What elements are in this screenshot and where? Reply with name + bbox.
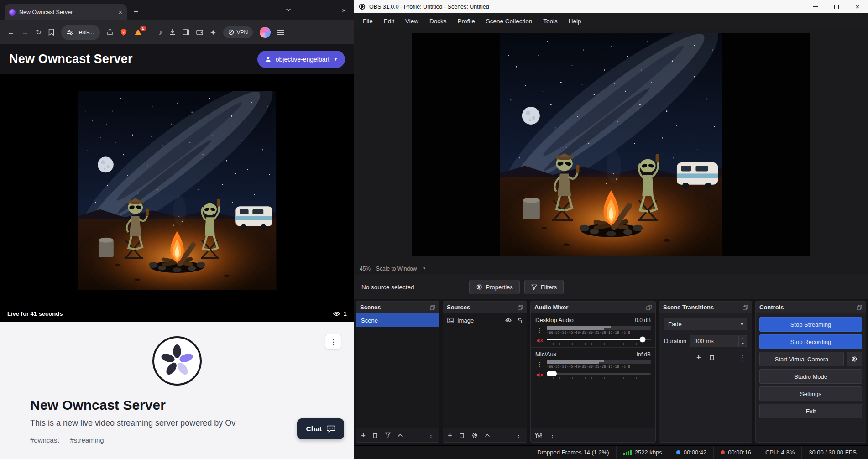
menu-view[interactable]: View (400, 16, 424, 27)
browser-minimize-button[interactable] (305, 10, 310, 10)
transition-more-button[interactable]: ⋮ (739, 354, 746, 361)
lock-icon[interactable] (517, 318, 523, 323)
tag-streaming[interactable]: #streaming (70, 436, 104, 444)
chat-button[interactable]: Chat (297, 418, 344, 439)
media-icon[interactable]: ♪ (159, 29, 162, 36)
dropped-frames-text: Dropped Frames 14 (1.2%) (537, 449, 609, 456)
download-icon[interactable] (169, 29, 176, 36)
mixer-channel-desktop-audio: Desktop Audio 0.0 dB ⋮ -60-55-50-45-40-3… (531, 313, 655, 347)
volume-slider[interactable] (547, 336, 651, 345)
move-source-up-button[interactable] (485, 433, 490, 437)
popout-icon[interactable] (743, 305, 748, 310)
back-button[interactable]: ← (7, 29, 15, 36)
scene-list-item[interactable]: Scene (356, 313, 439, 327)
properties-button[interactable]: Properties (469, 280, 520, 294)
scenes-dock-header: Scenes (356, 302, 439, 313)
settings-button[interactable]: Settings (759, 386, 862, 401)
duration-spinbox[interactable]: 300 ms ▲▼ (690, 335, 747, 347)
vpn-label: VPN (237, 29, 248, 36)
obs-minimize-button[interactable] (805, 0, 826, 13)
video-player[interactable]: Live for 41 seconds 1 (0, 74, 354, 322)
record-time-text: 00:00:16 (728, 449, 751, 456)
add-source-button[interactable]: + (448, 431, 452, 439)
volume-slider[interactable] (547, 370, 651, 379)
scenes-more-button[interactable]: ⋮ (428, 432, 434, 438)
tag-owncast[interactable]: #owncast (30, 436, 59, 444)
profile-avatar[interactable] (260, 27, 271, 38)
mixer-dock-header: Audio Mixer (531, 302, 655, 313)
menu-edit[interactable]: Edit (379, 16, 399, 27)
exit-button[interactable]: Exit (759, 404, 862, 418)
start-virtual-camera-button[interactable]: Start Virtual Camera (759, 352, 844, 366)
mixer-channel-mic-aux: Mic/Aux -inf dB ⋮ -60-55-50-45-40-35-30-… (531, 347, 655, 381)
sources-more-button[interactable]: ⋮ (515, 432, 522, 438)
mute-speaker-icon[interactable] (535, 338, 544, 344)
wallet-icon[interactable] (196, 29, 203, 35)
bitrate-status: 2522 kbps (616, 446, 669, 459)
tab-close-icon[interactable]: × (119, 9, 122, 16)
vpn-button[interactable]: VPN (223, 26, 253, 38)
record-dot-icon (721, 450, 725, 454)
brave-shield-icon[interactable] (120, 28, 127, 36)
spin-arrows[interactable]: ▲▼ (738, 335, 747, 347)
stop-streaming-button[interactable]: Stop Streaming (759, 317, 862, 332)
popout-icon[interactable] (646, 305, 652, 310)
address-bar[interactable]: test-... (61, 25, 99, 40)
transition-select[interactable]: Fade ▼ (664, 318, 747, 330)
popout-icon[interactable] (430, 305, 435, 310)
remove-scene-button[interactable] (372, 432, 378, 438)
sources-dock-header: Sources (443, 302, 527, 313)
zoom-level[interactable]: 45% (360, 266, 371, 272)
visibility-eye-icon[interactable] (505, 318, 512, 323)
cpu-status: CPU: 4.3% (758, 446, 801, 459)
tab-search-chevron-icon[interactable] (286, 8, 291, 12)
virtual-camera-settings-button[interactable] (847, 352, 862, 366)
user-menu-button[interactable]: objective-engelbart ▼ (257, 51, 345, 68)
mixer-more-button[interactable]: ⋮ (549, 432, 556, 438)
source-list-item[interactable]: Image (443, 313, 527, 327)
obs-close-button[interactable]: × (847, 0, 868, 13)
forward-button[interactable]: → (21, 29, 29, 36)
sources-dock: Sources Image (443, 301, 527, 443)
obs-maximize-button[interactable] (826, 0, 847, 13)
menu-tools[interactable]: Tools (538, 16, 563, 27)
browser-maximize-button[interactable] (324, 8, 328, 12)
browser-tab[interactable]: New Owncast Server × (5, 4, 127, 20)
site-settings-icon[interactable] (67, 30, 73, 35)
scene-filters-button[interactable] (385, 432, 391, 438)
channel-menu-button[interactable]: ⋮ (535, 327, 544, 334)
popout-icon[interactable] (857, 305, 862, 310)
page-kebab-menu-button[interactable]: ⋮ (325, 334, 341, 350)
menu-icon[interactable] (277, 30, 284, 35)
sidebar-icon[interactable] (183, 29, 189, 35)
stop-recording-button[interactable]: Stop Recording (759, 334, 862, 349)
remove-transition-button[interactable] (709, 354, 715, 360)
share-icon[interactable] (107, 29, 113, 36)
scale-mode-caret-icon[interactable]: ▼ (422, 266, 426, 271)
leo-ai-icon[interactable] (210, 29, 216, 36)
popout-icon[interactable] (518, 305, 523, 310)
obs-canvas[interactable] (412, 33, 810, 256)
mute-speaker-icon[interactable] (535, 372, 544, 378)
reload-button[interactable]: ↻ (36, 29, 42, 36)
menu-profile[interactable]: Profile (453, 16, 480, 27)
remove-source-button[interactable] (459, 432, 465, 438)
browser-close-button[interactable]: × (342, 7, 346, 14)
studio-mode-button[interactable]: Studio Mode (759, 369, 862, 384)
scale-mode[interactable]: Scale to Window (376, 266, 417, 272)
source-properties-button[interactable] (471, 432, 478, 438)
new-tab-button[interactable]: + (130, 5, 142, 18)
channel-menu-button[interactable]: ⋮ (535, 361, 544, 368)
menu-docks[interactable]: Docks (424, 16, 452, 27)
menu-help[interactable]: Help (564, 16, 586, 27)
add-transition-button[interactable]: + (696, 353, 701, 362)
advanced-audio-button[interactable] (535, 432, 542, 438)
bookmark-icon[interactable] (48, 29, 54, 36)
add-scene-button[interactable]: + (361, 431, 366, 439)
menu-scene-collection[interactable]: Scene Collection (481, 16, 537, 27)
move-scene-up-button[interactable] (397, 433, 403, 437)
menu-file[interactable]: File (358, 16, 378, 27)
filters-button[interactable]: Filters (524, 280, 564, 294)
warning-badge-icon[interactable]: 1 (134, 29, 142, 36)
obs-preview[interactable] (354, 29, 868, 262)
